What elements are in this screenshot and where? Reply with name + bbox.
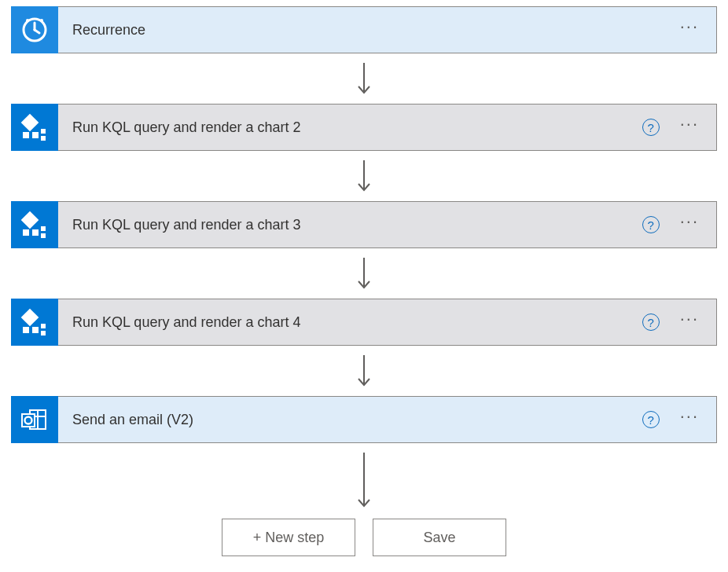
svg-rect-19 [23,327,29,333]
workflow-step[interactable]: Send an email (V2)?··· [11,396,717,443]
step-title: Run KQL query and render a chart 4 [58,314,642,331]
workflow-step[interactable]: Run KQL query and render a chart 2?··· [11,104,717,151]
svg-rect-15 [41,226,46,231]
svg-point-4 [40,19,43,22]
kql-icon [11,299,58,346]
svg-rect-21 [41,324,46,328]
svg-marker-18 [21,309,39,327]
workflow-step[interactable]: Recurrence··· [11,6,717,53]
arrow-down-icon[interactable] [355,443,373,517]
svg-rect-22 [41,331,46,336]
save-button[interactable]: Save [373,519,506,556]
svg-rect-10 [41,136,46,141]
svg-marker-12 [21,211,39,229]
svg-rect-9 [41,129,46,134]
help-icon[interactable]: ? [642,216,660,233]
arrow-down-icon [355,346,373,396]
arrow-down-icon [355,151,373,201]
more-icon[interactable]: ··· [680,219,699,231]
svg-point-3 [26,19,29,22]
svg-rect-20 [32,327,39,333]
clock-icon [11,6,58,53]
new-step-button[interactable]: + New step [222,519,355,556]
step-title: Send an email (V2) [58,412,642,428]
svg-rect-8 [32,132,39,138]
svg-line-2 [35,30,39,33]
more-icon[interactable]: ··· [680,317,699,328]
outlook-icon [11,396,58,443]
kql-icon [11,201,58,248]
more-icon[interactable]: ··· [680,414,699,426]
step-title: Run KQL query and render a chart 2 [58,119,642,136]
help-icon[interactable]: ? [642,314,660,331]
svg-rect-16 [41,233,46,238]
workflow-step[interactable]: Run KQL query and render a chart 4?··· [11,299,717,346]
svg-rect-13 [23,229,29,236]
more-icon[interactable]: ··· [680,24,699,36]
arrow-down-icon [355,248,373,299]
kql-icon [11,104,58,151]
help-icon[interactable]: ? [642,119,660,136]
arrow-down-icon [355,53,373,104]
svg-rect-7 [23,132,29,138]
help-icon[interactable]: ? [642,411,660,428]
step-title: Run KQL query and render a chart 3 [58,217,642,233]
svg-rect-14 [32,229,39,236]
svg-marker-6 [21,114,39,132]
more-icon[interactable]: ··· [680,122,699,134]
step-title: Recurrence [58,22,680,38]
workflow-step[interactable]: Run KQL query and render a chart 3?··· [11,201,717,248]
